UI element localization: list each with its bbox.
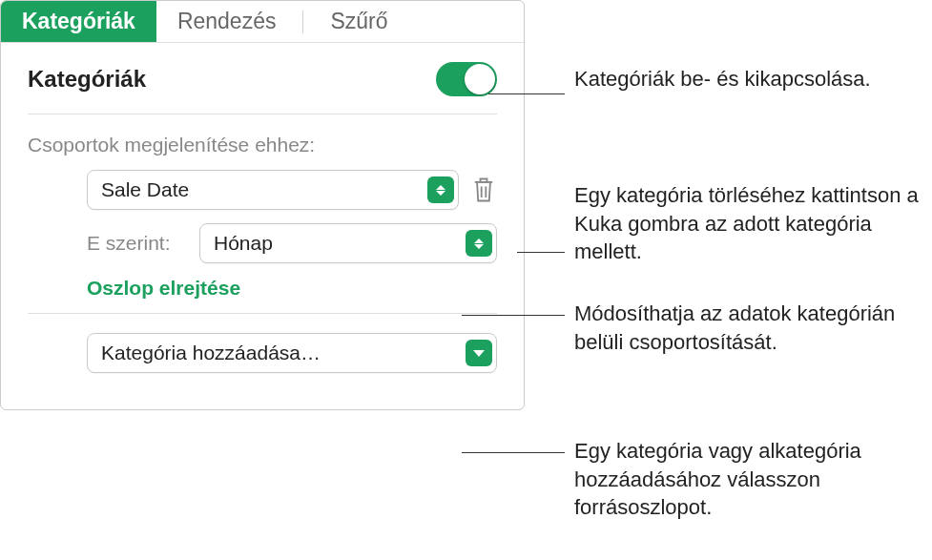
by-label: E szerint:: [87, 232, 188, 255]
dropdown-stepper-icon: [466, 230, 492, 257]
divider: [28, 114, 497, 114]
tab-filter[interactable]: Szűrő: [309, 1, 408, 42]
by-dropdown[interactable]: Hónap: [199, 223, 497, 263]
tab-sort[interactable]: Rendezés: [156, 1, 298, 42]
callout-line: [517, 252, 565, 253]
callout-toggle: Kategóriák be- és kikapcsolása.: [574, 65, 871, 93]
section-title: Kategóriák: [28, 66, 146, 93]
add-category-dropdown[interactable]: Kategória hozzáadása…: [87, 333, 497, 373]
categories-toggle[interactable]: [436, 62, 497, 96]
add-category-label: Kategória hozzáadása…: [101, 342, 321, 364]
callout-line: [462, 315, 565, 316]
callout-grouping: Módosíthatja az adatok kategórián belüli…: [574, 300, 932, 356]
toggle-knob: [465, 64, 495, 94]
group-by-label: Csoportok megjelenítése ehhez:: [28, 134, 497, 156]
dropdown-down-icon: [466, 340, 492, 366]
callout-delete: Egy kategória törléséhez kattintson a Ku…: [574, 181, 932, 266]
tab-bar: Kategóriák Rendezés Szűrő: [1, 1, 524, 43]
callout-line: [488, 93, 565, 94]
tab-divider: [302, 10, 303, 33]
trash-icon[interactable]: [470, 176, 497, 204]
categories-section: Kategóriák Csoportok megjelenítése ehhez…: [1, 43, 524, 409]
add-category-row: Kategória hozzáadása…: [28, 333, 497, 373]
tab-categories[interactable]: Kategóriák: [1, 1, 156, 42]
divider: [28, 313, 497, 314]
hide-column-button[interactable]: Oszlop elrejtése: [28, 277, 497, 300]
callout-add: Egy kategória vagy alkategória hozzáadás…: [574, 437, 932, 522]
group-by-value: Sale Date: [101, 178, 189, 201]
categories-panel: Kategóriák Rendezés Szűrő Kategóriák Cso…: [0, 0, 525, 410]
group-by-dropdown[interactable]: Sale Date: [87, 170, 459, 210]
callout-line: [462, 452, 565, 453]
dropdown-stepper-icon: [427, 176, 454, 203]
by-row: E szerint: Hónap: [28, 223, 497, 263]
group-by-row: Sale Date: [28, 170, 497, 210]
section-header: Kategóriák: [28, 62, 497, 96]
by-value: Hónap: [214, 232, 273, 255]
